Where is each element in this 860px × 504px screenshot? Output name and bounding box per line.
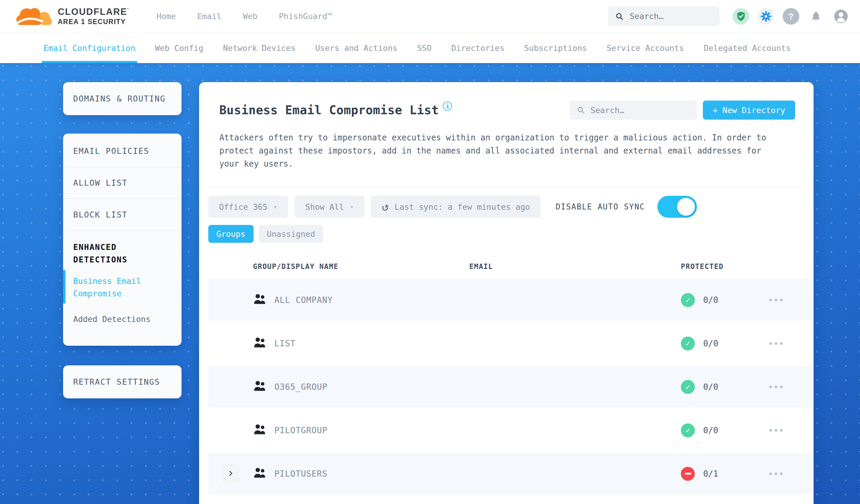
primary-nav: Home Email Web PhishGuard™ <box>157 12 332 21</box>
protected-count: 0/0 <box>703 339 718 348</box>
bell-icon <box>810 11 822 22</box>
group-icon <box>253 467 267 479</box>
list-search-input[interactable] <box>590 106 690 115</box>
table-row[interactable]: › LIST ✓ 0/0 <box>208 322 814 364</box>
protected-status-badge: ✓ <box>681 293 695 307</box>
security-status-button[interactable] <box>733 8 749 25</box>
group-name: O365_GROUP <box>274 382 469 392</box>
group-icon <box>253 294 267 305</box>
table-header: GROUP/DISPLAY NAME EMAIL PROTECTED <box>208 256 814 277</box>
tab-sso[interactable]: SSO <box>417 33 432 63</box>
tab-directories[interactable]: Directories <box>451 33 504 63</box>
settings-button[interactable] <box>758 8 774 25</box>
protected-status-badge: ✓ <box>681 336 695 350</box>
shield-check-icon <box>736 11 746 22</box>
check-icon: ✓ <box>686 296 690 304</box>
check-icon: ✓ <box>686 426 690 435</box>
tab-groups[interactable]: Groups <box>208 225 254 243</box>
tab-network-devices[interactable]: Network Devices <box>223 33 296 63</box>
protected-status-badge: ✓ <box>681 423 695 437</box>
global-search[interactable] <box>608 6 719 26</box>
row-actions-button[interactable] <box>769 299 783 301</box>
toggle-knob <box>677 198 695 216</box>
row-actions-button[interactable] <box>769 386 783 388</box>
view-tabs: Groups Unassigned <box>208 225 804 243</box>
page-title: Business Email Compromise List <box>219 103 439 117</box>
check-icon: ✓ <box>686 382 690 391</box>
page-background: DOMAINS & ROUTING EMAIL POLICIES ALLOW L… <box>0 63 860 504</box>
group-name: PILOTUSERS <box>274 469 469 479</box>
column-header-group-display-name: GROUP/DISPLAY NAME <box>253 262 469 271</box>
row-actions-button[interactable] <box>769 429 783 432</box>
sidebar-item-allow-list[interactable]: ALLOW LIST <box>63 167 182 199</box>
nav-phishguard[interactable]: PhishGuard™ <box>279 12 332 21</box>
auto-sync-toggle[interactable] <box>657 196 697 218</box>
tab-delegated-accounts[interactable]: Delegated Accounts <box>704 33 791 63</box>
chevron-down-icon: ▾ <box>350 203 354 211</box>
disable-auto-sync-label: DISABLE AUTO SYNC <box>556 202 645 211</box>
search-icon <box>577 105 585 115</box>
sidebar-item-email-policies[interactable]: EMAIL POLICIES <box>63 135 182 167</box>
column-header-email: EMAIL <box>469 262 681 271</box>
protected-count: 0/0 <box>703 295 718 305</box>
show-filter-dropdown[interactable]: Show All ▾ <box>295 196 364 218</box>
tab-email-configuration[interactable]: Email Configuration <box>43 33 135 63</box>
table-row[interactable]: › ALL COMPANY ✓ 0/0 <box>208 279 814 321</box>
sidebar-item-retract-settings[interactable]: RETRACT SETTINGS <box>63 365 182 398</box>
nav-web[interactable]: Web <box>243 12 257 21</box>
tab-unassigned[interactable]: Unassigned <box>259 225 324 243</box>
list-search[interactable] <box>570 101 697 120</box>
group-name: ALL COMPANY <box>274 295 469 305</box>
nav-home[interactable]: Home <box>157 12 176 21</box>
gear-icon <box>761 11 771 22</box>
sidebar-item-domains-routing[interactable]: DOMAINS & ROUTING <box>63 82 182 115</box>
protected-count: 0/0 <box>703 426 718 435</box>
table-row[interactable]: › O365_GROUP ✓ 0/0 <box>208 366 814 408</box>
chevron-down-icon: ▾ <box>273 203 277 211</box>
page-description: Attackers often try to impersonate execu… <box>219 131 785 170</box>
group-name: PILOTGROUP <box>274 426 469 435</box>
nav-email[interactable]: Email <box>197 12 221 21</box>
table-row[interactable]: › PILOTUSERS ✓ 0/1 <box>208 453 814 494</box>
filters-row: Office 365 ▾ Show All ▾ ↺ Last sync: a f… <box>208 196 804 218</box>
last-sync-status: ↺ Last sync: a few minutes ago <box>371 196 541 218</box>
last-sync-text: Last sync: a few minutes ago <box>395 202 530 212</box>
group-icon <box>253 424 267 435</box>
app-header: CLOUDFLARE’ AREA 1 SECURITY Home Email W… <box>0 0 860 33</box>
directory-dropdown[interactable]: Office 365 ▾ <box>208 196 288 218</box>
bec-list-card: Business Email Compromise List i + New D… <box>199 82 814 504</box>
brand-subname: AREA 1 SECURITY <box>58 18 129 26</box>
help-button[interactable]: ? <box>783 8 799 25</box>
tab-subscriptions[interactable]: Subscriptions <box>524 33 587 63</box>
expand-row-button[interactable]: › <box>222 464 239 483</box>
protected-count: 0/0 <box>703 382 718 392</box>
column-header-protected: PROTECTED <box>681 262 814 271</box>
row-actions-button[interactable] <box>769 342 783 345</box>
table-row[interactable]: › PILOTGROUP ✓ 0/0 <box>208 409 814 451</box>
sync-icon: ↺ <box>382 201 389 213</box>
tab-web-config[interactable]: Web Config <box>155 33 203 63</box>
global-search-input[interactable] <box>630 12 713 21</box>
account-button[interactable] <box>833 8 849 25</box>
protected-status-badge: ✓ <box>681 380 695 394</box>
new-directory-button[interactable]: + New Directory <box>703 101 795 120</box>
notifications-button[interactable] <box>808 8 824 25</box>
chevron-right-icon: › <box>227 467 234 479</box>
row-actions-button[interactable] <box>769 473 783 475</box>
tab-service-accounts[interactable]: Service Accounts <box>607 33 684 63</box>
group-icon <box>253 380 267 392</box>
sidebar-item-business-email-compromise[interactable]: Business Email Compromise <box>63 266 182 304</box>
tab-users-and-actions[interactable]: Users and Actions <box>315 33 397 63</box>
check-icon: ✓ <box>686 339 690 348</box>
brand-name: CLOUDFLARE’ <box>58 6 129 17</box>
trademark-mark: ’ <box>127 8 129 13</box>
sidebar-item-block-list[interactable]: BLOCK LIST <box>63 199 182 230</box>
minus-icon <box>685 473 691 475</box>
question-icon: ? <box>788 11 794 21</box>
sidebar-item-added-detections[interactable]: Added Detections <box>63 304 182 337</box>
info-icon[interactable]: i <box>443 101 452 111</box>
sidebar-policies-card: EMAIL POLICIES ALLOW LIST BLOCK LIST ENH… <box>63 133 182 346</box>
enhanced-detections-title: ENHANCED DETECTIONS <box>63 241 152 266</box>
cloudflare-brand[interactable]: CLOUDFLARE’ AREA 1 SECURITY <box>15 5 129 28</box>
cloudflare-logo-icon <box>15 5 52 28</box>
